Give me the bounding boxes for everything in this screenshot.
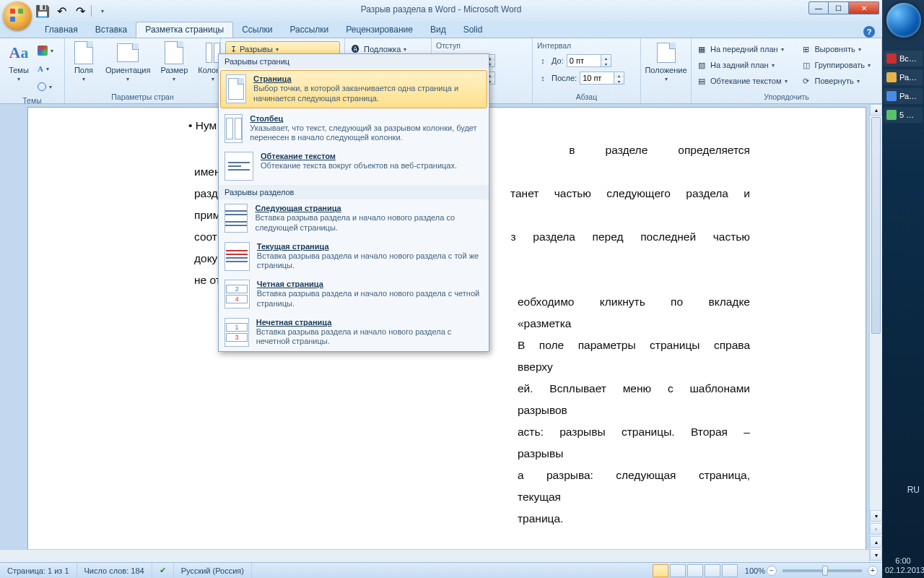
- taskbar-item[interactable]: Ра…: [884, 88, 923, 104]
- maximize-button[interactable]: ☐: [829, 1, 849, 14]
- text-wrap-button[interactable]: ▤Обтекание текстом▾: [696, 73, 788, 89]
- office-button[interactable]: [3, 1, 32, 30]
- zoom-out[interactable]: −: [767, 566, 777, 576]
- tray-language[interactable]: RU: [907, 485, 920, 495]
- close-button[interactable]: ✕: [849, 1, 879, 14]
- win7-taskbar: Вс… Ра… Ра… 5 … RU 6:0002.12.2013: [882, 0, 924, 578]
- window-title: Разрыв раздела в Word - Microsoft Word: [0, 4, 882, 14]
- dropdown-section: Разрывы страниц: [219, 54, 489, 69]
- help-icon[interactable]: ?: [863, 26, 875, 38]
- status-page[interactable]: Страница: 1 из 1: [0, 563, 77, 578]
- status-bar: Страница: 1 из 1 Число слов: 184 ✔ Русск…: [0, 562, 882, 578]
- align-button[interactable]: ⊞Выровнять▾: [801, 41, 871, 57]
- tab-page-layout[interactable]: Разметка страницы: [136, 22, 233, 38]
- zoom-value[interactable]: 100%: [745, 566, 765, 575]
- space-after-icon: ↕: [537, 72, 549, 84]
- ribbon-tabs: Главная Вставка Разметка страницы Ссылки…: [0, 22, 882, 38]
- space-after-spinner[interactable]: ▴▾: [580, 72, 624, 85]
- minimize-button[interactable]: —: [808, 1, 829, 14]
- view-full-screen[interactable]: [670, 564, 686, 577]
- break-continuous-item[interactable]: Текущая страницаВставка разрыва раздела …: [219, 238, 489, 276]
- space-before-spinner[interactable]: ▴▾: [567, 54, 611, 67]
- themes-button[interactable]: Aa Темы▾: [4, 40, 33, 84]
- tab-insert[interactable]: Вставка: [87, 22, 136, 38]
- breaks-icon: ↧: [230, 45, 237, 54]
- orientation-button[interactable]: Ориентация▾: [103, 40, 153, 84]
- space-before-icon: ↕: [537, 55, 549, 66]
- group-button[interactable]: ◫Группировать▾: [801, 57, 871, 73]
- group-page-setup: Поля▾ Ориентация▾ Размер▾ Колонки▾ Парам…: [65, 38, 221, 103]
- zoom-in[interactable]: +: [868, 566, 878, 576]
- taskbar-item[interactable]: Ра…: [884, 69, 923, 85]
- theme-colors[interactable]: ▾: [38, 43, 53, 59]
- size-button[interactable]: Размер▾: [157, 40, 191, 84]
- taskbar-item[interactable]: Вс…: [884, 51, 923, 66]
- break-textwrap-item[interactable]: Обтекание текстомОбтекание текста вокруг…: [219, 147, 489, 185]
- group-arrange: ▦На передний план▾ ▧На задний план▾ ▤Обт…: [692, 38, 882, 103]
- bring-front-button[interactable]: ▦На передний план▾: [696, 41, 788, 57]
- vertical-scrollbar[interactable]: ▴ ▾ ◦ ▴ ▾: [869, 104, 882, 562]
- position-button[interactable]: Положение▾: [645, 40, 687, 84]
- taskbar-item[interactable]: 5 …: [884, 107, 923, 123]
- word-window: 💾 ↶ ↷ ▾ Разрыв раздела в Word - Microsof…: [0, 0, 882, 578]
- tab-view[interactable]: Вид: [422, 22, 455, 38]
- start-orb[interactable]: [886, 3, 921, 38]
- tab-home[interactable]: Главная: [36, 22, 87, 38]
- dropdown-section: Разрывы разделов: [219, 185, 489, 199]
- view-draft[interactable]: [722, 564, 738, 577]
- break-page-item[interactable]: СтраницаВыбор точки, в которой заканчива…: [220, 70, 487, 108]
- status-language[interactable]: Русский (Россия): [174, 563, 252, 578]
- tab-solid[interactable]: Solid: [455, 22, 492, 38]
- margins-button[interactable]: Поля▾: [69, 40, 98, 84]
- break-even-page-item[interactable]: 24 Четная страницаВставка разрыва раздел…: [219, 275, 489, 314]
- tab-references[interactable]: Ссылки: [233, 22, 281, 38]
- breaks-dropdown: Разрывы страниц СтраницаВыбор точки, в к…: [218, 53, 489, 352]
- view-web[interactable]: [687, 564, 703, 577]
- view-outline[interactable]: [705, 564, 720, 577]
- titlebar: 💾 ↶ ↷ ▾ Разрыв раздела в Word - Microsof…: [0, 0, 882, 22]
- break-next-page-item[interactable]: Следующая страницаВставка разрыва раздел…: [219, 199, 489, 238]
- tab-mailings[interactable]: Рассылки: [281, 22, 337, 38]
- group-position: Положение▾: [641, 38, 692, 103]
- tab-review[interactable]: Рецензирование: [337, 22, 422, 38]
- horizontal-scrollbar[interactable]: [0, 549, 869, 562]
- zoom-slider[interactable]: [783, 569, 862, 572]
- status-proofing[interactable]: ✔: [152, 563, 174, 578]
- theme-fonts[interactable]: A▾: [38, 61, 53, 77]
- break-column-item[interactable]: СтолбецУказывает, что текст, следующий з…: [219, 110, 489, 148]
- group-spacing: Интервал ↕До: ▴▾ ↕После: ▴▾ Абзац: [533, 38, 641, 103]
- view-print-layout[interactable]: [653, 564, 668, 577]
- send-back-button[interactable]: ▧На задний план▾: [696, 57, 788, 73]
- status-words[interactable]: Число слов: 184: [77, 563, 152, 578]
- rotate-button[interactable]: ⟳Повернуть▾: [801, 73, 871, 89]
- break-odd-page-item[interactable]: 13 Нечетная страницаВставка разрыва разд…: [219, 314, 489, 352]
- tray-clock[interactable]: 6:0002.12.2013: [885, 556, 921, 578]
- theme-effects[interactable]: ▾: [38, 79, 53, 95]
- group-themes: Aa Темы▾ ▾ A▾ ▾ Темы: [0, 38, 65, 103]
